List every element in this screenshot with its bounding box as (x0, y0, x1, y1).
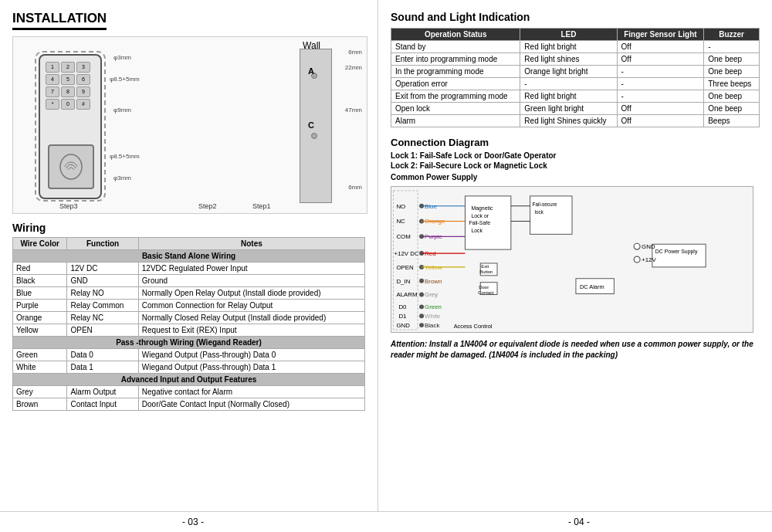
sound-cell: Red light Shines quickly (520, 115, 617, 127)
col-notes: Notes (138, 238, 364, 250)
key-hash: # (76, 99, 90, 110)
com-label: COM (396, 233, 410, 240)
wire-color-cell: Brown (13, 398, 67, 411)
col-wire-color: Wire Color (13, 238, 67, 250)
notes-cell: Door/Gate Contact Input (Normally Closed… (138, 398, 364, 411)
sound-table-row: Open lockGreen light brightOffOne beep (391, 103, 760, 115)
section-header: Pass -through Wiring (Wiegand Reader) (13, 337, 365, 349)
table-row: GreyAlarm OutputNegative contact for Ala… (13, 386, 365, 398)
lock2-label: Lock 2: Fail-Secure Lock or Magnetic Loc… (391, 161, 760, 170)
access-control-label2: Access Control (454, 323, 493, 330)
sound-col-header: LED (520, 29, 617, 41)
black-wire: Black (425, 322, 439, 329)
lock-block-label4: Lock (471, 228, 482, 233)
wire-color-cell: Yellow (13, 324, 67, 337)
function-cell: GND (67, 275, 138, 287)
dim-phi8-5-2: φ8.5+5mm (110, 153, 140, 160)
table-row: BlueRelay NONormally Open Relay Output (… (13, 287, 365, 300)
col-function: Function (67, 238, 138, 250)
function-cell: 12V DC (67, 263, 138, 275)
key-8: 8 (61, 86, 75, 97)
key-9: 9 (76, 86, 90, 97)
lock-block-label1: Magnetic (471, 205, 493, 212)
sound-cell: Off (617, 115, 704, 127)
table-row: OrangeRelay NCNormally Closed Relay Outp… (13, 312, 365, 324)
wiring-section: Wiring Wire Color Function Notes Basic S… (12, 222, 365, 411)
function-cell: Contact Input (67, 398, 138, 411)
din-dot (419, 279, 424, 283)
wire-color-cell: Blue (13, 287, 67, 300)
green-wire: Green (425, 303, 442, 310)
connection-section: Connection Diagram Lock 1: Fail-Safe Loc… (391, 137, 760, 333)
dim-47mm: 47mm (345, 107, 362, 114)
no-label: NO (396, 203, 405, 210)
notes-cell: 12VDC Regulated Power Input (138, 263, 364, 275)
sound-cell: One beep (704, 90, 760, 103)
key-5: 5 (61, 74, 75, 85)
failsecure-text2: lock (535, 209, 544, 215)
sound-table: Operation StatusLEDFinger Sensor LightBu… (391, 28, 760, 127)
nc-label: NC (396, 218, 405, 225)
sound-light-section: Sound and Light Indication Operation Sta… (391, 11, 760, 127)
function-cell: Relay NC (67, 312, 138, 324)
dim-phi9mm: φ9mm (113, 107, 131, 114)
alarm-label: ALARM (396, 291, 417, 298)
door-contact-text2: Contact (478, 290, 494, 295)
table-row: YellowOPENRequest to Exit (REX) Input (13, 324, 365, 337)
sound-cell: - (617, 78, 704, 90)
notes-cell: Wiegand Output (Pass-through) Data 1 (138, 361, 364, 374)
key-6: 6 (76, 74, 90, 85)
sound-cell: Enter into programming mode (391, 53, 520, 66)
sound-cell: Red light bright (520, 41, 617, 53)
sound-table-row: Exit from the programming modeRed light … (391, 90, 760, 103)
sound-cell: One beep (704, 53, 760, 66)
point-a-label: A (308, 66, 314, 76)
white-wire: White (425, 313, 441, 320)
connection-diagram: NO NC COM +12V DC OPEN D_IN ALARM D0 D1 … (391, 186, 753, 333)
d0-dot (419, 304, 424, 309)
installation-diagram: Wall 1 2 3 4 5 6 7 8 9 * 0 # (12, 36, 367, 214)
notes-cell: Common Connection for Relay Output (138, 300, 364, 312)
alarm-dot (419, 293, 424, 297)
gnd-right-dot (634, 243, 640, 249)
function-cell: Data 0 (67, 349, 138, 361)
point-c-label: C (308, 120, 314, 130)
sound-cell: One beep (704, 66, 760, 78)
grey-wire: Grey (425, 291, 438, 298)
open-label: OPEN (396, 264, 414, 271)
sound-cell: One beep (704, 103, 760, 115)
table-row: BlackGNDGround (13, 275, 365, 287)
dim-6mm-top: 6mm (348, 49, 362, 56)
section-header: Advanced Input and Output Features (13, 374, 365, 386)
sound-cell: Three beeps (704, 78, 760, 90)
sound-table-row: AlarmRed light Shines quicklyOffBeeps (391, 115, 760, 127)
sound-cell: Off (617, 103, 704, 115)
power-supply-label: Common Power Supply (391, 173, 760, 181)
lock-block-label2: Lock or (471, 213, 489, 219)
sound-cell: Red light bright (520, 90, 617, 103)
function-cell: Alarm Output (67, 386, 138, 398)
gnd-dot (419, 323, 424, 327)
d-in-label: D_IN (396, 278, 410, 285)
sound-cell: Red light shines (520, 53, 617, 66)
function-cell: Relay Common (67, 300, 138, 312)
wiring-table: Wire Color Function Notes Basic Stand Al… (12, 237, 365, 411)
sound-cell: Beeps (704, 115, 760, 127)
wire-color-cell: Red (13, 263, 67, 275)
gnd-right-label: GND (642, 243, 655, 250)
sound-cell: Green light bright (520, 103, 617, 115)
sound-cell: Orange light bright (520, 66, 617, 78)
sound-table-row: Enter into programming modeRed light shi… (391, 53, 760, 66)
footer: - 03 - - 04 - (0, 511, 772, 532)
left-page-num: - 03 - (182, 517, 204, 527)
attention-text: Attention: Install a 1N4004 or equivalen… (391, 339, 760, 361)
sound-cell: Off (617, 53, 704, 66)
section-header: Basic Stand Alone Wiring (13, 250, 365, 263)
wire-color-cell: Orange (13, 312, 67, 324)
12v-right-dot (634, 256, 640, 263)
key-star: * (46, 99, 59, 110)
left-panel: INSTALLATION Wall 1 2 3 4 5 6 7 8 9 * (0, 0, 378, 511)
failsecure-text1: Fail-secure (533, 202, 557, 207)
wiring-diagram-svg: NO NC COM +12V DC OPEN D_IN ALARM D0 D1 … (391, 187, 753, 332)
function-cell: Relay NO (67, 287, 138, 300)
